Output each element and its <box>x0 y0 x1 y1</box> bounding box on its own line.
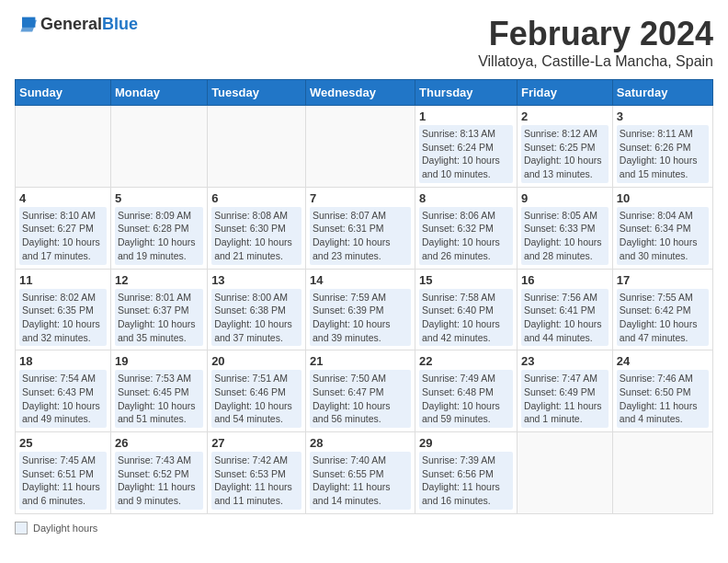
calendar-cell: 7Sunrise: 8:07 AMSunset: 6:31 PMDaylight… <box>305 187 415 269</box>
calendar-cell: 9Sunrise: 8:05 AMSunset: 6:33 PMDaylight… <box>517 187 612 269</box>
day-info: Sunrise: 8:10 AMSunset: 6:27 PMDaylight:… <box>19 207 107 265</box>
day-number: 9 <box>521 191 609 205</box>
day-info: Sunrise: 7:42 AMSunset: 6:53 PMDaylight:… <box>211 452 301 510</box>
day-number: 18 <box>19 354 107 368</box>
calendar-cell: 23Sunrise: 7:47 AMSunset: 6:49 PMDayligh… <box>517 350 612 432</box>
day-number: 1 <box>419 109 513 123</box>
day-info: Sunrise: 7:46 AMSunset: 6:50 PMDaylight:… <box>617 370 709 428</box>
weekday-header: Monday <box>110 80 207 106</box>
calendar-cell: 16Sunrise: 7:56 AMSunset: 6:41 PMDayligh… <box>517 269 612 350</box>
calendar-cell: 20Sunrise: 7:51 AMSunset: 6:46 PMDayligh… <box>208 350 306 432</box>
calendar-cell: 1Sunrise: 8:13 AMSunset: 6:24 PMDaylight… <box>415 106 518 188</box>
day-number: 8 <box>419 191 513 205</box>
day-number: 20 <box>211 354 301 368</box>
day-number: 23 <box>521 354 609 368</box>
calendar-cell: 5Sunrise: 8:09 AMSunset: 6:28 PMDaylight… <box>110 187 207 269</box>
day-info: Sunrise: 7:40 AMSunset: 6:55 PMDaylight:… <box>310 452 411 510</box>
calendar-cell: 14Sunrise: 7:59 AMSunset: 6:39 PMDayligh… <box>305 269 415 350</box>
day-info: Sunrise: 8:01 AMSunset: 6:37 PMDaylight:… <box>115 289 203 347</box>
calendar-week-row: 4Sunrise: 8:10 AMSunset: 6:27 PMDaylight… <box>16 187 713 269</box>
subtitle: Villatoya, Castille-La Mancha, Spain <box>478 53 713 70</box>
day-number: 24 <box>617 354 709 368</box>
weekday-header: Friday <box>517 80 612 106</box>
day-info: Sunrise: 8:04 AMSunset: 6:34 PMDaylight:… <box>617 207 709 265</box>
day-info: Sunrise: 7:39 AMSunset: 6:56 PMDaylight:… <box>419 452 513 510</box>
daylight-box <box>15 522 28 534</box>
weekday-header: Thursday <box>415 80 518 106</box>
day-info: Sunrise: 7:51 AMSunset: 6:46 PMDaylight:… <box>211 370 301 428</box>
day-number: 26 <box>115 436 203 450</box>
calendar-week-row: 1Sunrise: 8:13 AMSunset: 6:24 PMDaylight… <box>16 106 713 188</box>
calendar-cell: 8Sunrise: 8:06 AMSunset: 6:32 PMDaylight… <box>415 187 518 269</box>
day-number: 29 <box>419 436 513 450</box>
calendar-week-row: 18Sunrise: 7:54 AMSunset: 6:43 PMDayligh… <box>16 350 713 432</box>
calendar-cell: 3Sunrise: 8:11 AMSunset: 6:26 PMDaylight… <box>612 106 712 188</box>
day-number: 12 <box>115 273 203 287</box>
calendar-table: SundayMondayTuesdayWednesdayThursdayFrid… <box>15 79 713 514</box>
calendar-cell: 10Sunrise: 8:04 AMSunset: 6:34 PMDayligh… <box>612 187 712 269</box>
day-info: Sunrise: 8:05 AMSunset: 6:33 PMDaylight:… <box>521 207 609 265</box>
calendar-cell: 25Sunrise: 7:45 AMSunset: 6:51 PMDayligh… <box>16 432 111 514</box>
day-number: 16 <box>521 273 609 287</box>
logo-icon <box>15 16 37 34</box>
daylight-label: Daylight hours <box>33 523 97 534</box>
day-number: 25 <box>19 436 107 450</box>
calendar-cell: 28Sunrise: 7:40 AMSunset: 6:55 PMDayligh… <box>305 432 415 514</box>
header: GeneralBlue February 2024 Villatoya, Cas… <box>15 15 713 70</box>
calendar-cell: 19Sunrise: 7:53 AMSunset: 6:45 PMDayligh… <box>110 350 207 432</box>
title-area: February 2024 Villatoya, Castille-La Man… <box>478 15 713 70</box>
day-info: Sunrise: 8:12 AMSunset: 6:25 PMDaylight:… <box>521 125 609 183</box>
calendar-cell <box>305 106 415 188</box>
weekday-header-row: SundayMondayTuesdayWednesdayThursdayFrid… <box>16 80 713 106</box>
day-info: Sunrise: 7:43 AMSunset: 6:52 PMDaylight:… <box>115 452 203 510</box>
day-number: 2 <box>521 109 609 123</box>
day-number: 21 <box>310 354 411 368</box>
calendar-cell: 24Sunrise: 7:46 AMSunset: 6:50 PMDayligh… <box>612 350 712 432</box>
weekday-header: Saturday <box>612 80 712 106</box>
day-info: Sunrise: 7:55 AMSunset: 6:42 PMDaylight:… <box>617 289 709 347</box>
logo-blue: Blue <box>102 15 138 33</box>
logo-general: General <box>40 15 102 33</box>
logo: GeneralBlue <box>15 15 138 34</box>
calendar-cell: 6Sunrise: 8:08 AMSunset: 6:30 PMDaylight… <box>208 187 306 269</box>
calendar-cell: 17Sunrise: 7:55 AMSunset: 6:42 PMDayligh… <box>612 269 712 350</box>
day-number: 3 <box>617 109 709 123</box>
calendar-cell: 27Sunrise: 7:42 AMSunset: 6:53 PMDayligh… <box>208 432 306 514</box>
day-number: 22 <box>419 354 513 368</box>
day-info: Sunrise: 8:00 AMSunset: 6:38 PMDaylight:… <box>211 289 301 347</box>
day-info: Sunrise: 8:09 AMSunset: 6:28 PMDaylight:… <box>115 207 203 265</box>
day-number: 14 <box>310 273 411 287</box>
logo-text: GeneralBlue <box>40 15 138 34</box>
day-info: Sunrise: 7:45 AMSunset: 6:51 PMDaylight:… <box>19 452 107 510</box>
calendar-cell: 11Sunrise: 8:02 AMSunset: 6:35 PMDayligh… <box>16 269 111 350</box>
day-number: 19 <box>115 354 203 368</box>
calendar-cell: 12Sunrise: 8:01 AMSunset: 6:37 PMDayligh… <box>110 269 207 350</box>
calendar-cell: 13Sunrise: 8:00 AMSunset: 6:38 PMDayligh… <box>208 269 306 350</box>
weekday-header: Wednesday <box>305 80 415 106</box>
day-number: 7 <box>310 191 411 205</box>
calendar-cell: 26Sunrise: 7:43 AMSunset: 6:52 PMDayligh… <box>110 432 207 514</box>
day-number: 15 <box>419 273 513 287</box>
day-info: Sunrise: 7:59 AMSunset: 6:39 PMDaylight:… <box>310 289 411 347</box>
calendar-cell <box>612 432 712 514</box>
day-number: 10 <box>617 191 709 205</box>
calendar-cell: 21Sunrise: 7:50 AMSunset: 6:47 PMDayligh… <box>305 350 415 432</box>
day-info: Sunrise: 8:11 AMSunset: 6:26 PMDaylight:… <box>617 125 709 183</box>
calendar-cell: 2Sunrise: 8:12 AMSunset: 6:25 PMDaylight… <box>517 106 612 188</box>
weekday-header: Sunday <box>16 80 111 106</box>
day-number: 11 <box>19 273 107 287</box>
day-info: Sunrise: 7:50 AMSunset: 6:47 PMDaylight:… <box>310 370 411 428</box>
calendar-cell: 15Sunrise: 7:58 AMSunset: 6:40 PMDayligh… <box>415 269 518 350</box>
calendar-week-row: 11Sunrise: 8:02 AMSunset: 6:35 PMDayligh… <box>16 269 713 350</box>
day-info: Sunrise: 7:53 AMSunset: 6:45 PMDaylight:… <box>115 370 203 428</box>
day-number: 13 <box>211 273 301 287</box>
calendar-week-row: 25Sunrise: 7:45 AMSunset: 6:51 PMDayligh… <box>16 432 713 514</box>
day-number: 6 <box>211 191 301 205</box>
footer: Daylight hours <box>15 522 713 534</box>
calendar-cell <box>208 106 306 188</box>
day-info: Sunrise: 8:06 AMSunset: 6:32 PMDaylight:… <box>419 207 513 265</box>
day-info: Sunrise: 7:54 AMSunset: 6:43 PMDaylight:… <box>19 370 107 428</box>
calendar-cell: 29Sunrise: 7:39 AMSunset: 6:56 PMDayligh… <box>415 432 518 514</box>
day-info: Sunrise: 7:56 AMSunset: 6:41 PMDaylight:… <box>521 289 609 347</box>
calendar-cell: 4Sunrise: 8:10 AMSunset: 6:27 PMDaylight… <box>16 187 111 269</box>
